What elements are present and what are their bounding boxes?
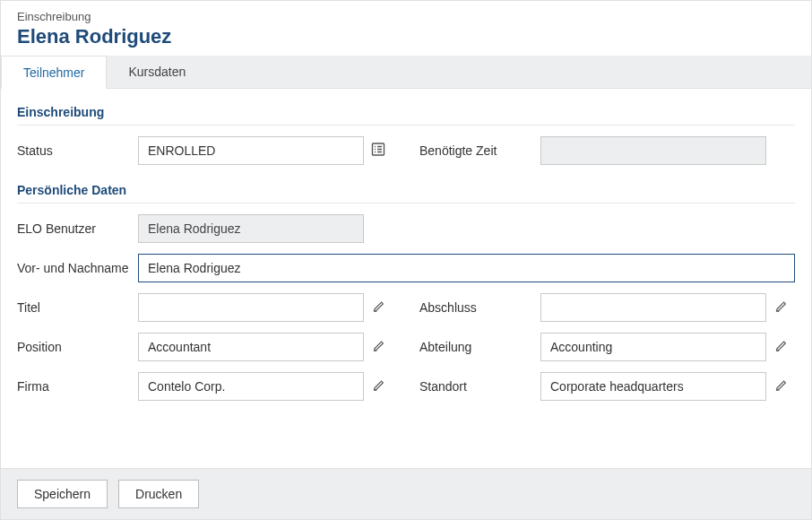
col-status: Status [17, 136, 393, 165]
position-input[interactable] [138, 333, 364, 361]
label-position: Position [17, 340, 138, 354]
pencil-icon [775, 300, 788, 316]
page-root: Einschreibung Elena Rodriguez Teilnehmer… [0, 0, 812, 520]
elo-user-input [138, 214, 364, 243]
row-full-name: Vor- und Nachname [17, 254, 795, 282]
label-degree: Abschluss [419, 300, 540, 315]
section-personal-title: Persönliche Daten [17, 183, 795, 204]
col-degree: Abschluss [419, 293, 795, 322]
pencil-icon [373, 340, 385, 355]
page-title: Elena Rodriguez [17, 25, 795, 48]
svg-rect-0 [373, 143, 384, 155]
tab-teilnehmer[interactable]: Teilnehmer [1, 56, 107, 89]
section-personal: Persönliche Daten ELO Benutzer Vor- und … [17, 183, 795, 401]
label-elo-user: ELO Benutzer [17, 221, 138, 236]
col-position: Position [17, 333, 393, 361]
row-elo-user: ELO Benutzer [17, 214, 795, 243]
col-time-required: Benötigte Zeit [419, 136, 795, 165]
field-degree [540, 293, 795, 322]
tabs-bar: Teilnehmer Kursdaten [1, 56, 811, 89]
status-input[interactable] [138, 136, 364, 165]
section-enrollment-title: Einschreibung [17, 105, 795, 126]
row-title-degree: Titel Abschluss [17, 293, 795, 322]
field-elo-user [138, 214, 795, 243]
content-area: Einschreibung Status [1, 89, 811, 468]
field-full-name [138, 254, 795, 282]
location-input[interactable] [540, 372, 766, 401]
section-enrollment: Einschreibung Status [17, 105, 795, 165]
col-location: Standort [419, 372, 795, 401]
label-location: Standort [419, 379, 540, 394]
label-status: Status [17, 143, 138, 158]
department-input[interactable] [540, 333, 766, 361]
pencil-icon [775, 340, 788, 355]
field-position [138, 333, 393, 361]
col-title: Titel [17, 293, 393, 322]
pencil-icon [373, 300, 385, 316]
row-position-department: Position Abteilung [17, 333, 795, 361]
company-input[interactable] [138, 372, 364, 401]
field-title [138, 293, 393, 322]
col-company: Firma [17, 372, 393, 401]
print-button[interactable]: Drucken [118, 480, 199, 508]
label-company: Firma [17, 379, 138, 394]
pencil-icon [775, 379, 788, 394]
degree-input[interactable] [540, 293, 766, 322]
save-button[interactable]: Speichern [17, 480, 108, 508]
time-required-input [540, 136, 766, 165]
list-icon [371, 143, 385, 160]
row-status: Status [17, 136, 795, 165]
label-title: Titel [17, 300, 138, 315]
col-department: Abteilung [419, 333, 795, 361]
label-time-required: Benötigte Zeit [419, 143, 540, 158]
row-company-location: Firma Standort [17, 372, 795, 401]
field-company [138, 372, 393, 401]
field-status [138, 136, 393, 165]
label-full-name: Vor- und Nachname [17, 261, 138, 275]
tab-kursdaten[interactable]: Kursdaten [107, 56, 207, 88]
label-department: Abteilung [419, 340, 540, 354]
field-location [540, 372, 795, 401]
field-department [540, 333, 795, 361]
field-time-required [540, 136, 795, 165]
title-input[interactable] [138, 293, 364, 322]
breadcrumb: Einschreibung [17, 10, 795, 23]
full-name-input[interactable] [138, 254, 795, 282]
page-header: Einschreibung Elena Rodriguez [1, 1, 811, 56]
footer-bar: Speichern Drucken [1, 468, 811, 519]
pencil-icon [373, 379, 385, 394]
